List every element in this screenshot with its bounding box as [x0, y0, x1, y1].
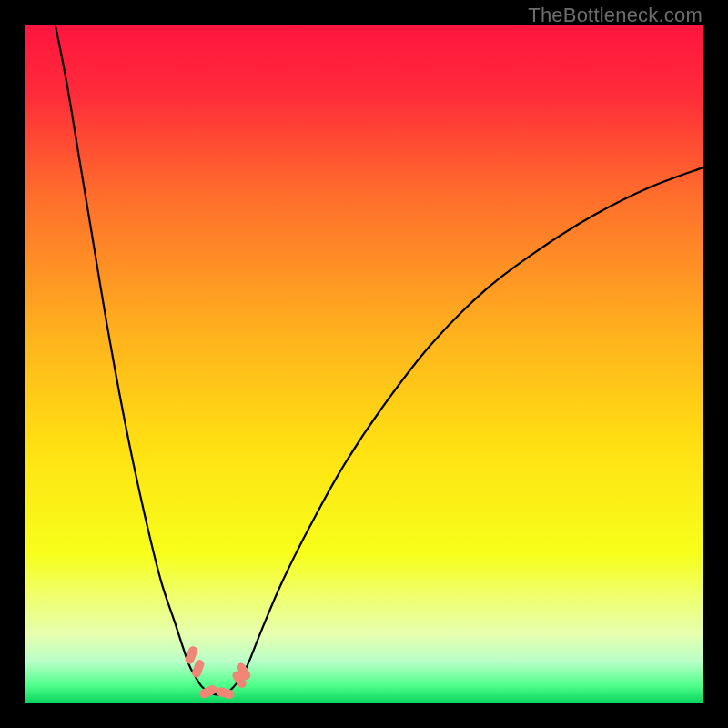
gradient-background: [25, 25, 703, 703]
chart-frame: TheBottleneck.com: [0, 0, 728, 728]
chart-svg: [25, 25, 703, 703]
plot-area: [25, 25, 703, 703]
watermark-text: TheBottleneck.com: [528, 4, 703, 27]
